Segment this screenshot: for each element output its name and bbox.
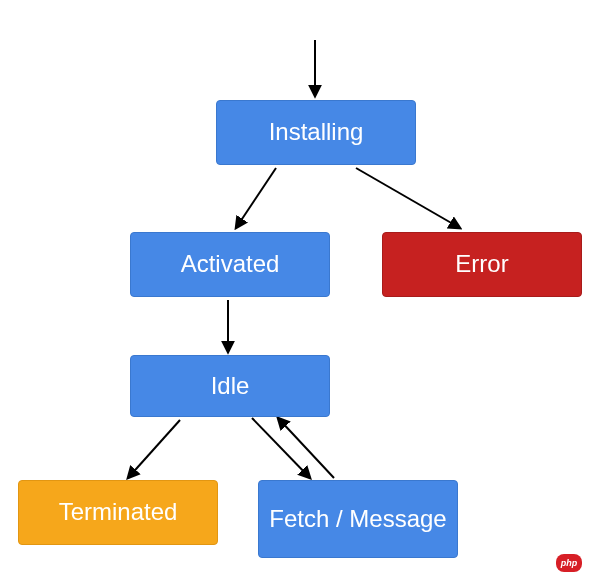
svg-line-2 — [356, 168, 460, 228]
svg-line-1 — [236, 168, 276, 228]
svg-line-6 — [278, 418, 334, 478]
state-error: Error — [382, 232, 582, 297]
svg-line-5 — [252, 418, 310, 478]
state-activated: Activated — [130, 232, 330, 297]
state-fetch-message: Fetch / Message — [258, 480, 458, 558]
state-idle: Idle — [130, 355, 330, 417]
svg-line-4 — [128, 420, 180, 478]
php-badge: php — [556, 554, 582, 572]
state-installing: Installing — [216, 100, 416, 165]
state-terminated: Terminated — [18, 480, 218, 545]
